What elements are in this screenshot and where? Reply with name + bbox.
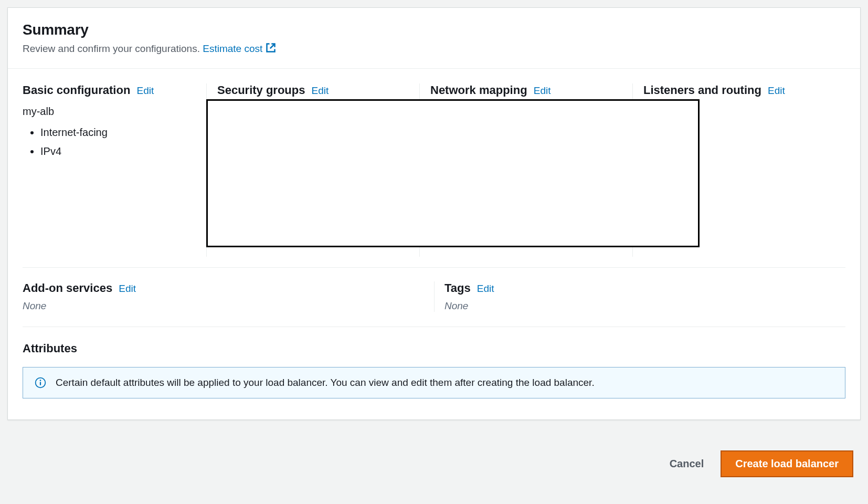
summary-row-middle: Add-on services Edit None Tags Edit None bbox=[23, 281, 845, 312]
svg-point-1 bbox=[40, 380, 41, 381]
vertical-separator bbox=[434, 281, 435, 312]
footer-actions: Cancel Create load balancer bbox=[0, 420, 868, 477]
security-groups-column: Security groups Edit bbox=[206, 83, 419, 257]
listeners-routing-title: Listeners and routing bbox=[643, 83, 761, 97]
attributes-info-banner: Certain default attributes will be appli… bbox=[23, 367, 845, 398]
tags-header: Tags Edit bbox=[444, 281, 835, 295]
tags-value: None bbox=[444, 300, 835, 312]
security-groups-title: Security groups bbox=[217, 83, 305, 97]
addon-services-edit-link[interactable]: Edit bbox=[119, 283, 136, 294]
basic-config-list: Internet-facing IPv4 bbox=[23, 123, 196, 161]
attributes-section: Attributes Certain default attributes wi… bbox=[23, 342, 845, 398]
security-groups-header: Security groups Edit bbox=[217, 83, 409, 97]
attributes-title: Attributes bbox=[23, 342, 845, 355]
tags-column: Tags Edit None bbox=[434, 281, 845, 312]
cancel-button[interactable]: Cancel bbox=[668, 455, 706, 473]
addon-services-value: None bbox=[23, 300, 424, 312]
listeners-routing-edit-link[interactable]: Edit bbox=[768, 85, 785, 96]
attributes-banner-text: Certain default attributes will be appli… bbox=[56, 377, 595, 388]
network-mapping-edit-link[interactable]: Edit bbox=[534, 85, 551, 96]
divider bbox=[23, 267, 845, 268]
tags-edit-link[interactable]: Edit bbox=[477, 283, 494, 294]
external-link-icon bbox=[266, 43, 276, 56]
estimate-cost-link[interactable]: Estimate cost bbox=[203, 43, 276, 54]
page-subtitle: Review and confirm your configurations. … bbox=[23, 43, 845, 56]
subtitle-text: Review and confirm your configurations. bbox=[23, 43, 203, 54]
network-mapping-header: Network mapping Edit bbox=[430, 83, 622, 97]
listeners-routing-header: Listeners and routing Edit bbox=[643, 83, 835, 97]
estimate-cost-label: Estimate cost bbox=[203, 43, 262, 54]
svg-rect-2 bbox=[40, 382, 41, 385]
info-icon bbox=[35, 377, 46, 388]
list-item: IPv4 bbox=[40, 142, 196, 161]
network-mapping-column: Network mapping Edit bbox=[419, 83, 632, 257]
basic-configuration-column: Basic configuration Edit my-alb Internet… bbox=[23, 83, 206, 257]
addon-services-header: Add-on services Edit bbox=[23, 281, 424, 295]
panel-body: Basic configuration Edit my-alb Internet… bbox=[8, 69, 860, 419]
listeners-routing-column: Listeners and routing Edit bbox=[632, 83, 845, 257]
divider bbox=[23, 327, 845, 327]
security-groups-edit-link[interactable]: Edit bbox=[312, 85, 329, 96]
addon-services-title: Add-on services bbox=[23, 281, 112, 295]
basic-configuration-header: Basic configuration Edit bbox=[23, 83, 196, 97]
create-load-balancer-button[interactable]: Create load balancer bbox=[721, 450, 853, 477]
addon-services-column: Add-on services Edit None bbox=[23, 281, 434, 312]
basic-configuration-edit-link[interactable]: Edit bbox=[136, 85, 154, 96]
basic-configuration-title: Basic configuration bbox=[23, 83, 130, 97]
summary-row-top: Basic configuration Edit my-alb Internet… bbox=[23, 83, 845, 257]
page-title: Summary bbox=[23, 22, 845, 38]
summary-panel: Summary Review and confirm your configur… bbox=[7, 7, 861, 420]
load-balancer-name: my-alb bbox=[23, 106, 196, 118]
panel-header: Summary Review and confirm your configur… bbox=[8, 8, 860, 69]
tags-title: Tags bbox=[444, 281, 471, 295]
list-item: Internet-facing bbox=[40, 123, 196, 142]
network-mapping-title: Network mapping bbox=[430, 83, 527, 97]
